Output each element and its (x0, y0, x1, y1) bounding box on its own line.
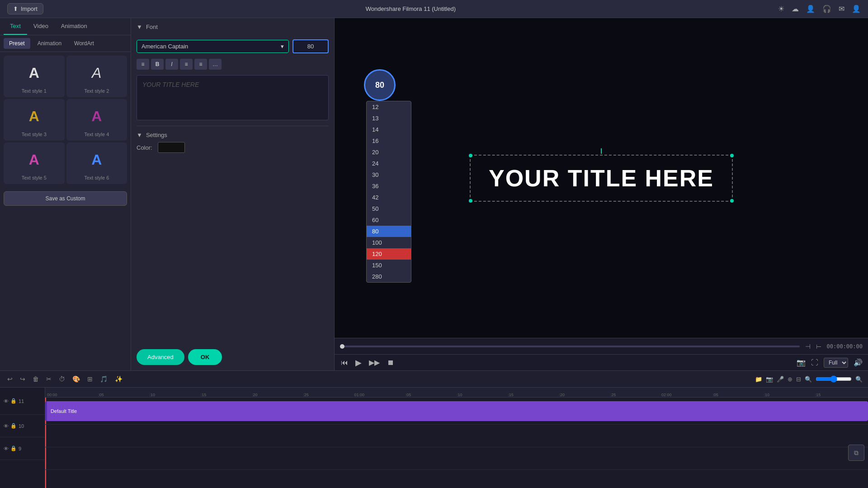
ok-button[interactable]: OK (188, 349, 222, 365)
size-option-42[interactable]: 42 (367, 192, 411, 203)
size-option-100[interactable]: 100 (367, 237, 411, 248)
style-preview-2: A (72, 59, 122, 86)
add-media-icon: 📁 (755, 376, 762, 383)
zoom-slider[interactable] (816, 375, 852, 383)
size-option-36[interactable]: 36 (367, 180, 411, 192)
topbar: ⬆ Import Wondershare Filmora 11 (Untitle… (0, 0, 868, 18)
size-option-13[interactable]: 13 (367, 113, 411, 124)
more-button[interactable]: … (209, 59, 222, 70)
track-row-11: Default Title (45, 398, 868, 425)
quality-select[interactable]: Full (824, 358, 848, 368)
save-as-custom-button[interactable]: Save as Custom (4, 191, 127, 206)
audio-button[interactable]: 🎵 (98, 374, 109, 384)
cloud-icon[interactable]: ☁ (792, 5, 799, 13)
list-item[interactable]: A Text style 4 (66, 99, 127, 141)
stop-button[interactable]: ⏹ (386, 358, 395, 368)
track-visibility-icon[interactable]: 👁 (4, 423, 9, 429)
mail-icon[interactable]: ✉ (839, 5, 844, 13)
size-option-20[interactable]: 20 (367, 147, 411, 158)
rewind-button[interactable]: ⏮ (340, 358, 349, 368)
size-option-24[interactable]: 24 (367, 158, 411, 169)
main-tab-bar: Text Video Animation (0, 18, 131, 35)
color-label: Color: (137, 144, 152, 151)
sun-icon[interactable]: ☀ (778, 5, 784, 13)
title-container[interactable]: YOUR TITLE HERE (470, 155, 733, 202)
list-item[interactable]: A Text style 6 (66, 142, 127, 184)
list-item[interactable]: A Text style 1 (4, 56, 65, 97)
format-bar: ≡ B I ≡ ≡ … (137, 59, 329, 70)
advanced-button[interactable]: Advanced (137, 349, 184, 365)
profile-icon[interactable]: 👤 (852, 5, 861, 13)
sub-tab-wordart[interactable]: WordArt (69, 38, 99, 49)
undo-button[interactable]: ↩ (5, 374, 14, 384)
italic-button[interactable]: I (165, 59, 178, 70)
sub-tab-preset[interactable]: Preset (4, 38, 30, 49)
sub-tab-animation[interactable]: Animation (32, 38, 67, 49)
text-preview-area[interactable]: YOUR TITLE HERE (137, 75, 329, 120)
font-size-input[interactable] (292, 39, 329, 53)
track-lock-icon[interactable]: 🔒 (10, 445, 17, 451)
cut-button[interactable]: ✂ (44, 374, 53, 384)
import-label: Import (21, 5, 38, 12)
ruler-tick: 00:00 (47, 393, 98, 397)
progress-bar[interactable] (340, 346, 800, 347)
bottom-buttons: Advanced OK (137, 344, 329, 365)
font-name-select[interactable]: American Captain ▾ (137, 40, 289, 53)
align-right-button[interactable]: ≡ (194, 59, 207, 70)
user-icon[interactable]: 👤 (806, 5, 815, 13)
track-clip-default-title[interactable]: Default Title (45, 401, 868, 421)
mic-icon: 🎤 (777, 376, 784, 383)
align-center-button[interactable]: ≡ (180, 59, 193, 70)
track-lock-icon[interactable]: 🔒 (10, 398, 17, 404)
forward-button[interactable]: ▶▶ (368, 357, 381, 368)
list-item[interactable]: A Text style 3 (4, 99, 65, 141)
track-visibility-icon[interactable]: 👁 (4, 398, 9, 404)
font-size-container (292, 39, 329, 53)
size-option-16[interactable]: 16 (367, 135, 411, 147)
align-left-button[interactable]: ≡ (137, 59, 149, 70)
size-option-12[interactable]: 12 (367, 101, 411, 113)
size-option-150[interactable]: 150 (367, 260, 411, 271)
transform-button[interactable]: ⊞ (85, 374, 94, 384)
size-option-280[interactable]: 280 (367, 271, 411, 282)
speed-button[interactable]: ⏱ (57, 374, 67, 384)
redo-button[interactable]: ↪ (18, 374, 27, 384)
list-item[interactable]: A Text style 5 (4, 142, 65, 184)
zoom-out-icon: 🔍 (805, 376, 812, 383)
list-item[interactable]: A Text style 2 (66, 56, 127, 97)
font-section-label: Font (146, 24, 158, 30)
mini-player-icon[interactable]: ⧉ (848, 445, 864, 461)
color-button[interactable]: 🎨 (71, 374, 82, 384)
effects-button[interactable]: ✨ (113, 374, 124, 384)
size-option-14[interactable]: 14 (367, 124, 411, 135)
zoom-in-icon: 🔍 (855, 376, 863, 383)
size-option-50[interactable]: 50 (367, 203, 411, 214)
import-button[interactable]: ⬆ Import (7, 3, 43, 14)
size-option-30[interactable]: 30 (367, 169, 411, 180)
headset-icon[interactable]: 🎧 (822, 5, 831, 13)
progress-dot (340, 344, 344, 349)
play-button[interactable]: ▶ (354, 357, 363, 369)
ruler-tick: :15 (201, 393, 252, 397)
bold-button[interactable]: B (151, 59, 164, 70)
track-number-9: 9 (19, 446, 21, 451)
chevron-down-icon: ▼ (137, 24, 142, 30)
font-size-list: 12 13 14 16 20 24 30 36 42 50 60 80 100 … (366, 101, 411, 283)
camera-timeline-icon: 📷 (766, 376, 773, 383)
ruler-tick: :15 (508, 393, 559, 397)
ruler-tick: :10 (764, 393, 815, 397)
tab-text[interactable]: Text (4, 18, 27, 35)
size-option-120[interactable]: 120 (367, 248, 411, 260)
size-option-60[interactable]: 60 (367, 214, 411, 226)
size-option-80[interactable]: 80 (367, 226, 411, 237)
center-panel: ▼ Font American Captain ▾ ≡ B I ≡ ≡ … YO… (131, 18, 335, 370)
timeline-area: ↩ ↪ 🗑 ✂ ⏱ 🎨 ⊞ 🎵 ✨ 📁 📷 🎤 ⊕ ⊟ 🔍 🔍 👁 🔒 11 👁 (0, 370, 868, 488)
track-lock-icon[interactable]: 🔒 (10, 423, 17, 429)
color-row: Color: (137, 142, 329, 153)
settings-section-header: ▼ Settings (137, 132, 329, 138)
delete-button[interactable]: 🗑 (31, 374, 41, 384)
color-swatch[interactable] (158, 142, 185, 153)
tab-animation[interactable]: Animation (55, 18, 94, 35)
track-visibility-icon[interactable]: 👁 (4, 446, 9, 451)
tab-video[interactable]: Video (27, 18, 55, 35)
